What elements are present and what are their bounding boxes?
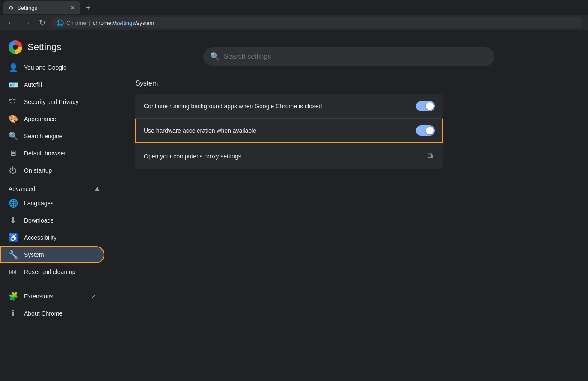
sidebar-item-system[interactable]: 🔧 System (0, 246, 104, 263)
tab-title: Settings (17, 5, 37, 11)
autofill-icon: 🪪 (9, 80, 17, 89)
appearance-icon: 🎨 (9, 114, 17, 124)
sidebar-item-languages[interactable]: 🌐 Languages (0, 195, 104, 212)
sidebar-item-you-and-google[interactable]: 👤 You and Google (0, 59, 104, 76)
sidebar-divider (0, 284, 110, 284)
proxy-settings-label: Open your computer's proxy settings (144, 153, 241, 160)
setting-row-background-apps: Continue running background apps when Go… (135, 94, 443, 119)
settings-tab[interactable]: ⚙ Settings ✕ (3, 1, 80, 14)
sidebar-label-about-chrome: About Chrome (24, 310, 62, 317)
tab-icon: ⚙ (9, 5, 14, 11)
chrome-logo (9, 40, 22, 54)
address-separator: | (89, 20, 90, 26)
advanced-label: Advanced (9, 185, 35, 192)
background-apps-toggle[interactable] (416, 101, 435, 111)
sidebar-label-accessibility: Accessibility (24, 234, 56, 241)
address-bar[interactable]: 🌐 Chrome | chrome://settings/system (51, 17, 583, 28)
toggle-thumb-hw (426, 127, 434, 134)
setting-row-proxy-settings: Open your computer's proxy settings ⧉ (135, 143, 443, 169)
sidebar-label-reset-clean: Reset and clean up (24, 268, 76, 275)
tab-bar: ⚙ Settings ✕ + (0, 0, 588, 15)
sidebar-label-security-privacy: Security and Privacy (24, 98, 79, 105)
reset-icon: ⏮ (9, 268, 17, 277)
sidebar-item-security-privacy[interactable]: 🛡 Security and Privacy (0, 93, 104, 110)
accessibility-icon: ♿ (9, 233, 17, 242)
setting-row-hardware-acceleration: Use hardware acceleration when available (135, 119, 443, 143)
nav-bar: ← → ↻ 🌐 Chrome | chrome://settings/syste… (0, 15, 588, 30)
content-area: 🔍 System Continue running background app… (110, 30, 588, 381)
sidebar-item-on-startup[interactable]: ⏻ On startup (0, 162, 104, 179)
hardware-acceleration-toggle[interactable] (416, 125, 435, 136)
search-container: 🔍 (135, 47, 562, 66)
person-icon: 👤 (9, 63, 17, 72)
chevron-up-icon: ▲ (93, 184, 101, 193)
system-settings-card: Continue running background apps when Go… (135, 94, 443, 169)
sidebar: Settings 👤 You and Google 🪪 Autofill 🛡 S… (0, 30, 110, 381)
hardware-acceleration-label: Use hardware acceleration when available (144, 127, 256, 134)
globe-icon: 🌐 (56, 19, 64, 26)
sidebar-label-autofill: Autofill (24, 81, 42, 88)
sidebar-item-downloads[interactable]: ⬇ Downloads (0, 212, 104, 229)
back-button[interactable]: ← (5, 17, 17, 29)
tab-close-button[interactable]: ✕ (70, 4, 75, 12)
sidebar-label-default-browser: Default browser (24, 150, 66, 157)
sidebar-label-on-startup: On startup (24, 167, 52, 174)
search-icon: 🔍 (210, 52, 220, 61)
sidebar-item-autofill[interactable]: 🪪 Autofill (0, 76, 104, 93)
settings-header: Settings (0, 33, 110, 59)
address-url: chrome://settings/system (93, 20, 154, 26)
sidebar-label-downloads: Downloads (24, 217, 53, 224)
sidebar-item-extensions[interactable]: 🧩 Extensions ↗ (0, 288, 104, 305)
search-input[interactable] (224, 53, 487, 60)
advanced-section[interactable]: Advanced ▲ (0, 179, 110, 195)
proxy-external-button[interactable]: ⧉ (426, 150, 435, 162)
address-prefix: Chrome (66, 20, 86, 26)
download-icon: ⬇ (9, 216, 17, 225)
shield-icon: 🛡 (9, 98, 17, 107)
search-engine-icon: 🔍 (9, 131, 17, 141)
sidebar-label-languages: Languages (24, 200, 53, 207)
extensions-icon: 🧩 (9, 292, 17, 301)
forward-button[interactable]: → (21, 17, 33, 29)
info-icon: ℹ (9, 309, 17, 318)
refresh-button[interactable]: ↻ (36, 17, 48, 29)
toggle-thumb (426, 102, 434, 110)
search-bar[interactable]: 🔍 (203, 47, 494, 66)
globe-nav-icon: 🌐 (9, 199, 17, 208)
browser-chrome: ⚙ Settings ✕ + ← → ↻ 🌐 Chrome | chrome:/… (0, 0, 588, 30)
sidebar-label-appearance: Appearance (24, 116, 56, 122)
background-apps-label: Continue running background apps when Go… (144, 103, 322, 110)
startup-icon: ⏻ (9, 166, 17, 175)
sidebar-item-about-chrome[interactable]: ℹ About Chrome (0, 305, 104, 322)
section-title: System (135, 80, 562, 87)
sidebar-item-appearance[interactable]: 🎨 Appearance (0, 110, 104, 128)
sidebar-label-extensions: Extensions (24, 293, 53, 300)
sidebar-item-search-engine[interactable]: 🔍 Search engine (0, 128, 104, 145)
new-tab-button[interactable]: + (82, 1, 94, 15)
sidebar-label-you-and-google: You and Google (24, 64, 67, 71)
settings-title: Settings (27, 42, 62, 53)
sidebar-item-accessibility[interactable]: ♿ Accessibility (0, 229, 104, 246)
main-layout: Settings 👤 You and Google 🪪 Autofill 🛡 S… (0, 30, 588, 381)
external-link-icon: ↗ (90, 292, 96, 301)
sidebar-item-reset-clean[interactable]: ⏮ Reset and clean up (0, 263, 104, 280)
sidebar-label-system: System (24, 251, 44, 258)
sidebar-item-default-browser[interactable]: 🖥 Default browser (0, 145, 104, 162)
sidebar-label-search-engine: Search engine (24, 133, 62, 140)
browser-icon: 🖥 (9, 149, 17, 158)
wrench-icon: 🔧 (9, 250, 17, 259)
